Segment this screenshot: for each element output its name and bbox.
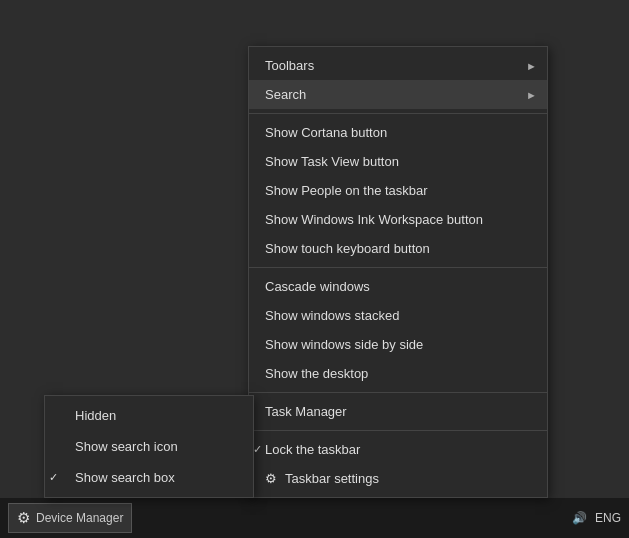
menu-item-desktop-label: Show the desktop [265, 366, 368, 381]
arrow-icon: ► [526, 60, 537, 72]
checkmark-icon: ✓ [49, 471, 58, 484]
menu-item-taskbar-settings-label: Taskbar settings [285, 471, 379, 486]
menu-item-show-search-icon-label: Show search icon [75, 439, 178, 454]
menu-item-lock-taskbar[interactable]: ✓ Lock the taskbar [249, 435, 547, 464]
menu-item-touch-keyboard-label: Show touch keyboard button [265, 241, 430, 256]
menu-item-show-search-icon[interactable]: Show search icon [45, 431, 253, 462]
menu-item-side-by-side[interactable]: Show windows side by side [249, 330, 547, 359]
menu-item-task-manager[interactable]: Task Manager [249, 397, 547, 426]
divider-4 [249, 430, 547, 431]
menu-item-show-search-box-label: Show search box [75, 470, 175, 485]
menu-item-task-manager-label: Task Manager [265, 404, 347, 419]
menu-item-desktop[interactable]: Show the desktop [249, 359, 547, 388]
menu-item-lock-taskbar-label: Lock the taskbar [265, 442, 360, 457]
gear-icon: ⚙ [265, 471, 277, 486]
menu-item-hidden-label: Hidden [75, 408, 116, 423]
locale-label: ENG [595, 511, 621, 525]
divider-3 [249, 392, 547, 393]
menu-item-people[interactable]: Show People on the taskbar [249, 176, 547, 205]
menu-item-side-by-side-label: Show windows side by side [265, 337, 423, 352]
menu-item-cascade[interactable]: Cascade windows [249, 272, 547, 301]
menu-item-cascade-label: Cascade windows [265, 279, 370, 294]
speaker-icon: 🔊 [572, 511, 587, 525]
checkmark-icon: ✓ [253, 443, 262, 456]
menu-item-task-view[interactable]: Show Task View button [249, 147, 547, 176]
menu-item-ink[interactable]: Show Windows Ink Workspace button [249, 205, 547, 234]
taskbar-right: 🔊 ENG [572, 511, 629, 525]
menu-item-stacked-label: Show windows stacked [265, 308, 399, 323]
menu-item-show-search-box[interactable]: ✓ Show search box [45, 462, 253, 493]
taskbar-app-device-manager[interactable]: ⚙ Device Manager [8, 503, 132, 533]
menu-item-toolbars-label: Toolbars [265, 58, 314, 73]
arrow-icon: ► [526, 89, 537, 101]
taskbar-app-label: Device Manager [36, 511, 123, 525]
menu-item-people-label: Show People on the taskbar [265, 183, 428, 198]
menu-item-search-label: Search [265, 87, 306, 102]
menu-item-toolbars[interactable]: Toolbars ► [249, 51, 547, 80]
taskbar-left: ⚙ Device Manager [0, 503, 132, 533]
menu-item-ink-label: Show Windows Ink Workspace button [265, 212, 483, 227]
system-tray-icons: 🔊 [572, 511, 587, 525]
menu-item-taskbar-settings[interactable]: ⚙ Taskbar settings [249, 464, 547, 493]
menu-item-touch-keyboard[interactable]: Show touch keyboard button [249, 234, 547, 263]
menu-item-stacked[interactable]: Show windows stacked [249, 301, 547, 330]
divider-1 [249, 113, 547, 114]
menu-item-hidden[interactable]: Hidden [45, 400, 253, 431]
context-menu-search: Hidden Show search icon ✓ Show search bo… [44, 395, 254, 498]
device-manager-icon: ⚙ [17, 509, 30, 527]
menu-item-task-view-label: Show Task View button [265, 154, 399, 169]
context-menu-main: Toolbars ► Search ► Show Cortana button … [248, 46, 548, 498]
menu-item-search[interactable]: Search ► [249, 80, 547, 109]
menu-item-cortana-label: Show Cortana button [265, 125, 387, 140]
divider-2 [249, 267, 547, 268]
taskbar: ⚙ Device Manager 🔊 ENG [0, 498, 629, 538]
menu-item-cortana[interactable]: Show Cortana button [249, 118, 547, 147]
